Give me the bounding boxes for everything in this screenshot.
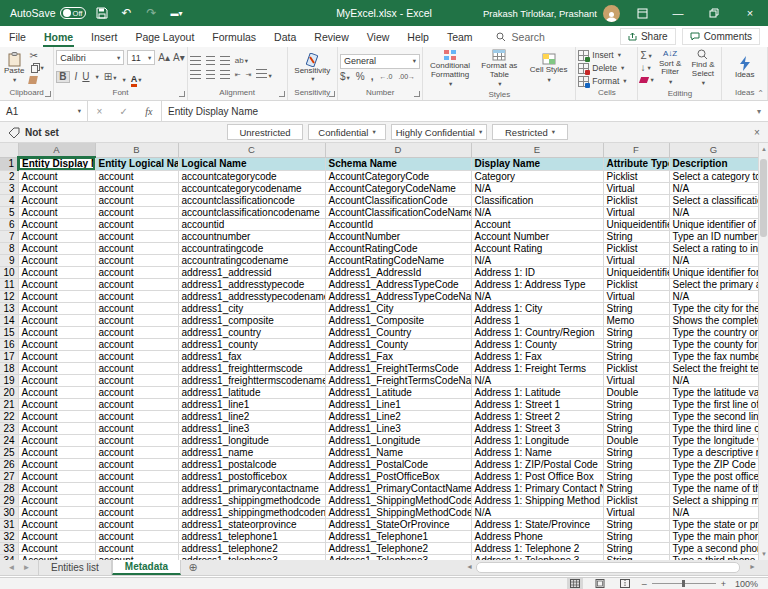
cell-F27[interactable]: String <box>603 470 669 482</box>
italic-button[interactable]: I <box>75 72 78 82</box>
cancel-entry-button[interactable]: × <box>97 106 103 117</box>
cell-B23[interactable]: account <box>95 422 178 434</box>
cell-B6[interactable]: account <box>95 218 178 230</box>
cell-F23[interactable]: String <box>603 422 669 434</box>
cell-C24[interactable]: address1_longitude <box>178 434 325 446</box>
cell-F29[interactable]: Picklist <box>603 494 669 506</box>
tab-page-layout[interactable]: Page Layout <box>126 26 203 47</box>
cell-A28[interactable]: Account <box>18 482 95 494</box>
zoom-slider[interactable]: – + <box>642 579 726 589</box>
borders-button[interactable]: ⊞▾ <box>104 72 117 83</box>
increase-indent-button[interactable]: ⇥ <box>246 70 252 80</box>
increase-decimal-button[interactable]: ←.0 <box>380 72 393 82</box>
cell-G1[interactable]: Description <box>669 157 758 170</box>
cell-C31[interactable]: address1_stateorprovince <box>178 518 325 530</box>
cell-B4[interactable]: account <box>95 194 178 206</box>
cell-A8[interactable]: Account <box>18 242 95 254</box>
row-header-33[interactable]: 33 <box>0 542 18 554</box>
cell-F31[interactable]: String <box>603 518 669 530</box>
zoom-thumb[interactable] <box>682 580 685 587</box>
page-layout-view-button[interactable] <box>592 578 608 589</box>
ideas-button[interactable]: Ideas <box>733 55 757 81</box>
page-break-preview-button[interactable] <box>617 578 633 589</box>
conditional-formatting-button[interactable]: Conditional Formatting▾ <box>425 49 474 89</box>
cell-G10[interactable]: Unique identifier for ad <box>669 266 758 278</box>
cell-F16[interactable]: String <box>603 338 669 350</box>
autosum-button[interactable]: Σ▾ <box>640 51 653 61</box>
cell-F2[interactable]: Picklist <box>603 170 669 182</box>
cell-C26[interactable]: address1_postalcode <box>178 458 325 470</box>
cell-F5[interactable]: Virtual <box>603 206 669 218</box>
cell-B8[interactable]: account <box>95 242 178 254</box>
cell-C7[interactable]: accountnumber <box>178 230 325 242</box>
cell-D24[interactable]: Address1_Longitude <box>325 434 471 446</box>
row-header-7[interactable]: 7 <box>0 230 18 242</box>
cell-C6[interactable]: accountid <box>178 218 325 230</box>
cell-D4[interactable]: AccountClassificationCode <box>325 194 471 206</box>
cell-D15[interactable]: Address1_Country <box>325 326 471 338</box>
horizontal-scroll-thumb[interactable] <box>476 562 740 573</box>
cell-B21[interactable]: account <box>95 398 178 410</box>
cell-F18[interactable]: Picklist <box>603 362 669 374</box>
cell-F4[interactable]: Picklist <box>603 194 669 206</box>
cell-C3[interactable]: accountcategorycodename <box>178 182 325 194</box>
cell-D10[interactable]: Address1_AddressId <box>325 266 471 278</box>
cell-D8[interactable]: AccountRatingCode <box>325 242 471 254</box>
cell-F10[interactable]: Uniqueidentifier <box>603 266 669 278</box>
cell-D3[interactable]: AccountCategoryCodeName <box>325 182 471 194</box>
confirm-entry-button[interactable]: ✓ <box>120 106 128 117</box>
formula-input[interactable]: Entity Display Name <box>162 101 750 121</box>
cell-C19[interactable]: address1_freighttermscodename <box>178 374 325 386</box>
cell-G20[interactable]: Type the latitude value <box>669 386 758 398</box>
cell-A3[interactable]: Account <box>18 182 95 194</box>
cell-G4[interactable]: Select a classification co <box>669 194 758 206</box>
row-header-24[interactable]: 24 <box>0 434 18 446</box>
cell-E29[interactable]: Address 1: Shipping Method <box>471 494 603 506</box>
cell-G12[interactable]: N/A <box>669 290 758 302</box>
cell-F32[interactable]: String <box>603 530 669 542</box>
cell-B27[interactable]: account <box>95 470 178 482</box>
cell-A12[interactable]: Account <box>18 290 95 302</box>
decrease-indent-button[interactable]: ⇤ <box>235 70 241 80</box>
cell-E3[interactable]: N/A <box>471 182 603 194</box>
cell-A30[interactable]: Account <box>18 506 95 518</box>
cell-B9[interactable]: account <box>95 254 178 266</box>
sensitivity-bar-close-button[interactable]: × <box>750 125 764 139</box>
format-as-table-button[interactable]: Format as Table▾ <box>475 49 524 89</box>
zoom-track[interactable] <box>652 583 716 584</box>
cell-G23[interactable]: Type the third line of th <box>669 422 758 434</box>
fill-button[interactable]: ↓▾ <box>640 63 653 73</box>
row-header-30[interactable]: 30 <box>0 506 18 518</box>
row-header-25[interactable]: 25 <box>0 446 18 458</box>
tab-review[interactable]: Review <box>305 26 357 47</box>
cell-A25[interactable]: Account <box>18 446 95 458</box>
row-header-8[interactable]: 8 <box>0 242 18 254</box>
cell-B32[interactable]: account <box>95 530 178 542</box>
cell-C20[interactable]: address1_latitude <box>178 386 325 398</box>
cell-G30[interactable]: N/A <box>669 506 758 518</box>
cell-F17[interactable]: String <box>603 350 669 362</box>
cell-styles-button[interactable]: Cell Styles▾ <box>524 53 573 84</box>
cell-E8[interactable]: Account Rating <box>471 242 603 254</box>
cell-F14[interactable]: Memo <box>603 314 669 326</box>
cell-B19[interactable]: account <box>95 374 178 386</box>
cell-B25[interactable]: account <box>95 446 178 458</box>
cell-D29[interactable]: Address1_ShippingMethodCode <box>325 494 471 506</box>
cell-C18[interactable]: address1_freighttermscode <box>178 362 325 374</box>
cell-E24[interactable]: Address 1: Longitude <box>471 434 603 446</box>
cell-E19[interactable]: N/A <box>471 374 603 386</box>
cell-G16[interactable]: Type the county for the <box>669 338 758 350</box>
name-box[interactable]: A1▾ <box>0 101 88 121</box>
cell-C22[interactable]: address1_line2 <box>178 410 325 422</box>
cell-E12[interactable]: N/A <box>471 290 603 302</box>
cell-G18[interactable]: Select the freight terms <box>669 362 758 374</box>
cell-G2[interactable]: Select a category to ind <box>669 170 758 182</box>
row-header-31[interactable]: 31 <box>0 518 18 530</box>
select-all-corner[interactable] <box>0 143 18 157</box>
cell-A4[interactable]: Account <box>18 194 95 206</box>
add-sheet-button[interactable]: ⊕ <box>181 560 205 575</box>
cell-F19[interactable]: Virtual <box>603 374 669 386</box>
row-header-3[interactable]: 3 <box>0 182 18 194</box>
cell-C2[interactable]: accountcategorycode <box>178 170 325 182</box>
normal-view-button[interactable] <box>567 578 583 589</box>
